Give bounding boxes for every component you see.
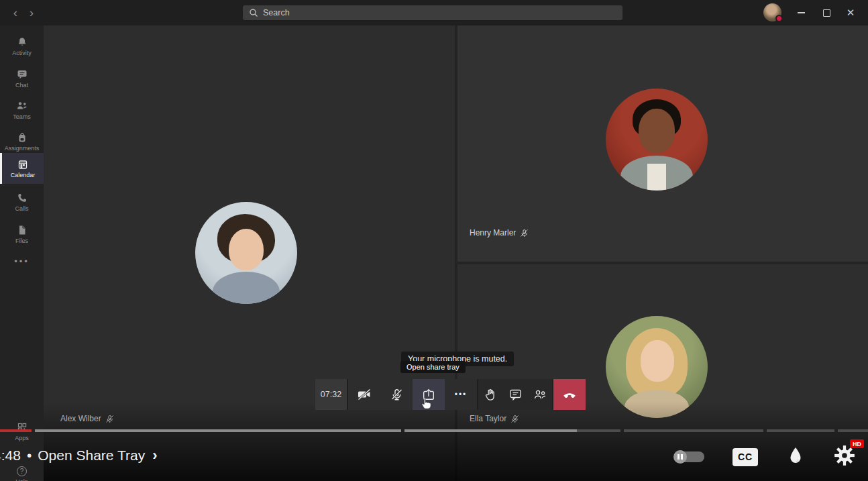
progress-segment[interactable] xyxy=(624,429,763,432)
sidebar-item-calls[interactable]: Calls xyxy=(0,186,44,217)
progress-played-segment[interactable] xyxy=(0,429,32,432)
raise-hand-button[interactable] xyxy=(478,379,503,410)
phone-icon xyxy=(17,193,28,203)
backpack-icon xyxy=(17,132,28,143)
tile-divider-horizontal xyxy=(457,262,868,264)
hd-quality-badge: HD xyxy=(850,439,864,448)
meeting-control-bar: 07:32 xyxy=(315,379,586,410)
close-button[interactable]: ✕ xyxy=(838,0,863,25)
meeting-timer: 07:32 xyxy=(315,379,347,410)
captions-button[interactable]: CC xyxy=(733,448,758,466)
forward-button[interactable]: › xyxy=(24,5,39,21)
help-icon: ? xyxy=(17,466,27,476)
sidebar-item-chat[interactable]: Chat xyxy=(0,63,44,94)
sidebar-label: Activity xyxy=(12,50,32,56)
tile-divider-vertical xyxy=(455,25,457,481)
mic-muted-icon xyxy=(520,229,529,237)
participants-icon xyxy=(533,388,547,400)
raise-hand-icon xyxy=(484,388,496,401)
more-icon: ••• xyxy=(14,256,30,266)
progress-buffered-segment[interactable] xyxy=(404,429,577,432)
avatar-shirt xyxy=(647,164,666,191)
avatar-alex-wilber xyxy=(195,202,297,304)
chapter-title-bar[interactable]: 4:48 • Open Share Tray › xyxy=(0,447,157,464)
search-input[interactable]: Search xyxy=(243,5,622,20)
sidebar-label: Assignments xyxy=(5,145,40,152)
avatar-face xyxy=(639,109,675,153)
bell-icon xyxy=(17,37,28,48)
sidebar-label: Chat xyxy=(15,82,28,89)
autoplay-toggle[interactable] xyxy=(675,451,704,462)
autoplay-knob-pause-icon xyxy=(673,450,687,464)
minimize-icon xyxy=(798,12,805,13)
sidebar-item-teams[interactable]: Teams xyxy=(0,95,44,125)
sidebar-item-activity[interactable]: Activity xyxy=(0,31,44,62)
progress-buffered-segment[interactable] xyxy=(35,429,401,432)
progress-segment[interactable] xyxy=(838,429,868,432)
window-titlebar: ‹ › Search ✕ xyxy=(0,0,868,25)
minimize-button[interactable] xyxy=(789,0,813,25)
chevron-right-icon: › xyxy=(152,447,157,464)
participant-name: Henry Marler xyxy=(470,228,516,237)
mic-muted-icon xyxy=(390,388,403,401)
app-rail: Activity Chat Teams xyxy=(0,25,44,481)
current-time: 4:48 xyxy=(0,447,21,464)
share-tray-tooltip: Open share tray xyxy=(400,361,466,373)
avatar-henry-marler xyxy=(606,89,708,191)
sidebar-label: Calendar xyxy=(11,172,36,178)
teams-people-icon xyxy=(16,101,28,111)
search-placeholder: Search xyxy=(263,8,290,17)
name-tag-ella: Ella Taylor xyxy=(470,414,519,423)
hang-up-icon xyxy=(562,389,577,400)
maximize-button[interactable] xyxy=(814,0,838,25)
file-icon xyxy=(17,225,28,235)
chat-bubble-icon xyxy=(509,388,522,400)
name-tag-alex: Alex Wilber xyxy=(60,414,114,423)
bullet-separator: • xyxy=(27,447,32,464)
mic-muted-icon xyxy=(105,415,114,423)
camera-off-button[interactable] xyxy=(348,379,380,410)
name-tag-henry: Henry Marler xyxy=(470,228,529,237)
calendar-icon xyxy=(17,159,28,170)
ink-droplet-button[interactable] xyxy=(786,446,805,468)
sidebar-label: Apps xyxy=(15,435,29,441)
chat-panel-button[interactable] xyxy=(503,379,528,410)
chapter-title: Open Share Tray xyxy=(38,447,145,464)
sidebar-label: Files xyxy=(15,237,28,244)
sidebar-more-button[interactable]: ••• xyxy=(0,251,44,271)
search-icon xyxy=(249,8,258,17)
more-icon: ••• xyxy=(455,390,468,399)
sidebar-label: Teams xyxy=(13,113,31,120)
mic-muted-button[interactable] xyxy=(380,379,413,410)
avatar-face xyxy=(641,340,674,382)
avatar-ella-taylor xyxy=(606,316,708,418)
avatar-face xyxy=(229,229,264,270)
sidebar-label: Help xyxy=(15,478,28,481)
chat-icon xyxy=(17,69,28,80)
progress-segment[interactable] xyxy=(577,429,620,432)
participant-name: Ella Taylor xyxy=(470,414,506,423)
hang-up-button[interactable] xyxy=(553,379,586,410)
engagement-controls-group xyxy=(478,379,552,410)
participants-button[interactable] xyxy=(527,379,552,410)
sidebar-item-calendar[interactable]: Calendar xyxy=(0,153,44,184)
player-controls: CC HD xyxy=(675,444,856,470)
mouse-cursor-hand xyxy=(419,396,432,413)
teams-meeting-window: Alex Wilber Henry Marler Ella Taylor ‹ › xyxy=(0,0,868,481)
mic-muted-icon xyxy=(510,415,519,423)
settings-button[interactable]: HD xyxy=(833,444,856,470)
progress-segment[interactable] xyxy=(767,429,834,432)
sidebar-item-files[interactable]: Files xyxy=(0,219,44,250)
more-actions-button[interactable]: ••• xyxy=(445,379,477,410)
sidebar-label: Calls xyxy=(15,205,28,212)
presence-busy-indicator xyxy=(775,15,783,22)
user-avatar[interactable] xyxy=(763,3,781,21)
device-controls-group: ••• xyxy=(348,379,477,410)
maximize-icon xyxy=(823,9,830,17)
camera-off-icon xyxy=(357,388,372,400)
back-button[interactable]: ‹ xyxy=(8,5,23,21)
participant-name: Alex Wilber xyxy=(60,414,101,423)
